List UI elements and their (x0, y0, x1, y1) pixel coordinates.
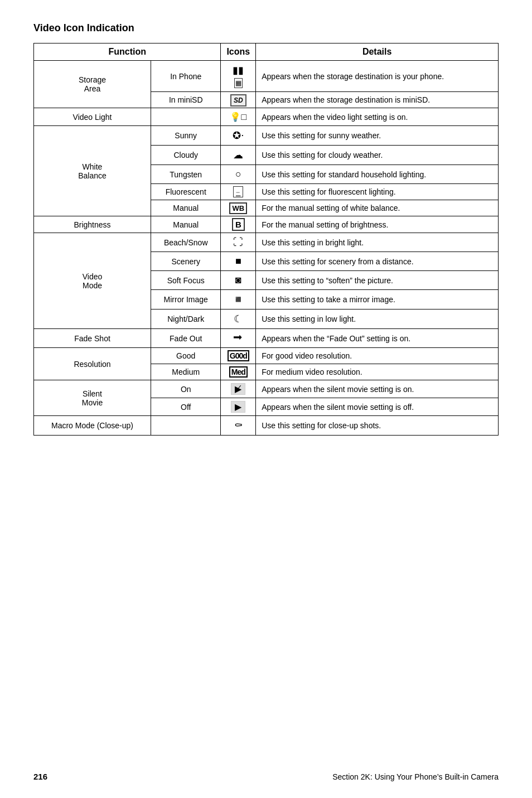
details-cell: Appears when the storage destination is … (256, 61, 499, 92)
function-group: WhiteBalance (34, 126, 151, 216)
function-sub: Fade Out (151, 329, 221, 348)
details-cell: Appears when the “Fade Out” setting is o… (256, 329, 499, 348)
function-group: Video Light (34, 108, 151, 126)
page-footer: 216 Section 2K: Using Your Phone’s Built… (33, 761, 499, 781)
icon-cell: G00d (221, 348, 256, 364)
header-details: Details (256, 43, 499, 61)
function-sub: Off (151, 398, 221, 416)
function-group: SilentMovie (34, 380, 151, 416)
details-cell: Use this setting for cloudy weather. (256, 146, 499, 165)
icon-cell: ✪⋅ (221, 126, 256, 146)
details-cell: Use this setting for fluorescent lightin… (256, 184, 499, 200)
details-cell: Use this setting for scenery from a dist… (256, 252, 499, 271)
icon-indication-table: Function Icons Details StorageAreaIn Pho… (33, 43, 499, 436)
details-cell: For good video resolution. (256, 348, 499, 364)
details-cell: Use this setting for sunny weather. (256, 126, 499, 146)
footer-section: Section 2K: Using Your Phone’s Built-in … (332, 772, 499, 781)
details-cell: Use this setting to “soften” the picture… (256, 271, 499, 290)
function-sub: On (151, 380, 221, 398)
details-cell: Use this setting to take a mirror image. (256, 290, 499, 309)
details-cell: Appears when the video light setting is … (256, 108, 499, 126)
page-number: 216 (33, 772, 47, 781)
function-sub: Cloudy (151, 146, 221, 165)
function-sub: In Phone (151, 61, 221, 92)
details-cell: Use this setting for close-up shots. (256, 416, 499, 436)
function-sub: Tungsten (151, 165, 221, 184)
icon-cell: ○ (221, 165, 256, 184)
function-sub: Mirror Image (151, 290, 221, 309)
icon-cell: Med (221, 364, 256, 380)
details-cell: For the manual setting of white balance. (256, 200, 499, 216)
function-sub-empty (151, 108, 221, 126)
function-sub: Manual (151, 200, 221, 216)
icon-cell: WB (221, 200, 256, 216)
icon-cell: 💡□ (221, 108, 256, 126)
function-sub: Manual (151, 216, 221, 233)
icon-cell: ☁ (221, 146, 256, 165)
function-sub: In miniSD (151, 92, 221, 108)
icon-cell: ⚰ (221, 416, 256, 436)
function-group: Resolution (34, 348, 151, 380)
icon-cell: ⛶ (221, 233, 256, 252)
header-function: Function (34, 43, 221, 61)
function-group: StorageArea (34, 61, 151, 108)
icon-cell: ▶ (221, 398, 256, 416)
function-sub: Soft Focus (151, 271, 221, 290)
function-sub: Medium (151, 364, 221, 380)
details-cell: Appears when the silent movie setting is… (256, 398, 499, 416)
function-sub: Sunny (151, 126, 221, 146)
function-sub: Night/Dark (151, 309, 221, 329)
details-cell: Appears when the silent movie setting is… (256, 380, 499, 398)
icon-cell: ■ (221, 252, 256, 271)
icon-cell: ⎯̶ (221, 184, 256, 200)
function-sub-empty (151, 416, 221, 436)
icon-cell: ◾ (221, 290, 256, 309)
function-group: Macro Mode (Close-up) (34, 416, 151, 436)
details-cell: For the manual setting of brightness. (256, 216, 499, 233)
details-cell: For medium video resolution. (256, 364, 499, 380)
icon-cell: ☾ (221, 309, 256, 329)
function-group: Fade Shot (34, 329, 151, 348)
function-group: Brightness (34, 216, 151, 233)
details-cell: Use this setting for standard household … (256, 165, 499, 184)
icon-cell: B (221, 216, 256, 233)
function-sub: Good (151, 348, 221, 364)
function-sub: Scenery (151, 252, 221, 271)
icon-cell: SD (221, 92, 256, 108)
icon-cell: ◙ (221, 271, 256, 290)
icon-cell: ⮕ (221, 329, 256, 348)
function-sub: Fluorescent (151, 184, 221, 200)
details-cell: Use this setting in bright light. (256, 233, 499, 252)
function-sub: Beach/Snow (151, 233, 221, 252)
details-cell: Appears when the storage destination is … (256, 92, 499, 108)
icon-cell: ▮▮▦ (221, 61, 256, 92)
function-group: VideoMode (34, 233, 151, 329)
page-title: Video Icon Indication (33, 22, 499, 34)
icon-cell: ▶̸ (221, 380, 256, 398)
details-cell: Use this setting in low light. (256, 309, 499, 329)
header-icons: Icons (221, 43, 256, 61)
